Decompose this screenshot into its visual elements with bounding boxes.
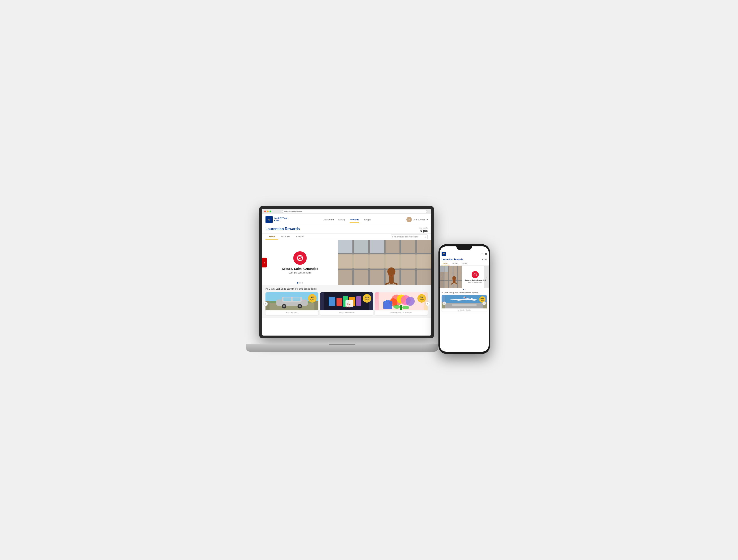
phone-nav: ⌕ ≡ [440, 251, 489, 257]
svg-point-51 [443, 253, 444, 254]
svg-rect-25 [283, 298, 291, 301]
phone-notch [456, 246, 472, 250]
laptop-screen: laurentianbank.ca/rewards [262, 209, 431, 336]
nav-links: Dashboard Activity Rewards Budget [323, 218, 371, 221]
svg-point-47 [393, 305, 400, 309]
phone-logo [442, 252, 446, 256]
phone-search-icon[interactable]: ⌕ [482, 252, 483, 255]
window-dots [264, 210, 271, 212]
hero-dots [297, 282, 303, 284]
url-text: laurentianbank.ca/rewards [284, 211, 302, 212]
phone-card-prev[interactable]: ‹ [442, 302, 446, 305]
tab-incard[interactable]: INCARD [278, 233, 293, 240]
merchant-card-tonic[interactable]: 300 points Tonic Blooms • SHOPPING [375, 292, 428, 315]
tonic-name: Tonic Blooms [390, 312, 401, 314]
laptop-body: laurentianbank.ca/rewards [259, 206, 434, 338]
svg-point-2 [269, 218, 270, 219]
phone-card-image: 3000 points [442, 295, 487, 309]
bank-name: LAURENTIANBANK [274, 217, 287, 222]
avis-footer: Avis • TRAVEL [266, 310, 318, 315]
laptop-device: laurentianbank.ca/rewards [246, 199, 438, 352]
user-name: Grant Jones [413, 218, 425, 221]
avis-card-image: 300 points [266, 292, 318, 310]
svg-rect-46 [400, 305, 402, 310]
nav-activity[interactable]: Activity [338, 218, 345, 221]
tab-eshop[interactable]: ESHOP [293, 233, 307, 240]
hero-prev-button[interactable]: ‹ [262, 257, 267, 267]
phone-points-value: 0 pts [482, 258, 487, 261]
points-label: Your points [419, 227, 428, 229]
hero-dot-3[interactable] [302, 282, 303, 284]
svg-rect-14 [338, 240, 352, 253]
svg-point-1 [268, 218, 269, 219]
tonic-category: SHOPPING [403, 312, 412, 314]
phone-screen: ⌕ ≡ Laurentian Rewards 0 pts HOME INCARD… [440, 246, 489, 352]
phone-hero-next[interactable]: › [484, 266, 489, 288]
phone-device: ⌕ ≡ Laurentian Rewards 0 pts HOME INCARD… [436, 244, 492, 361]
maximize-button[interactable] [270, 210, 271, 212]
svg-rect-62 [444, 266, 448, 272]
nav-dashboard[interactable]: Dashboard [323, 218, 334, 221]
hero-tagline: Secure. Calm. Grounded [282, 267, 318, 270]
svg-point-30 [299, 305, 301, 307]
indigo-footer: Indigo • SHOPPING [320, 310, 373, 315]
svg-point-3 [269, 220, 270, 221]
close-button[interactable] [264, 210, 266, 212]
phone-bonus-section: Hi, Grant. Earn up to $500 in first-time… [440, 290, 489, 313]
rewards-title: Laurentian Rewards [266, 227, 300, 231]
nav-budget[interactable]: Budget [364, 218, 371, 221]
tab-home[interactable]: HOME [266, 233, 278, 240]
phone-tab-incard[interactable]: INCARD [450, 261, 460, 265]
hero-dot-1[interactable] [297, 282, 298, 284]
phone-bonus-title: Hi, Grant. Earn up to $500 in first-time… [442, 292, 487, 294]
cards-prev-button[interactable]: ‹ [263, 302, 268, 306]
svg-rect-17 [338, 254, 431, 268]
phone-tab-eshop[interactable]: ESHOP [460, 261, 469, 265]
url-bar[interactable]: laurentianbank.ca/rewards [282, 210, 427, 213]
phone-merchant-category: TRAVEL [465, 309, 471, 311]
phone-cards-container: 3000 points Air Canada • TRAVEL ‹ › [442, 295, 487, 312]
nav-rewards[interactable]: Rewards [350, 218, 359, 221]
phone-dot-1[interactable] [463, 289, 464, 290]
svg-text:Tim: Tim [347, 303, 351, 306]
minimize-button[interactable] [267, 210, 269, 212]
phone-card-next[interactable]: › [482, 302, 486, 305]
svg-point-53 [444, 254, 444, 255]
indigo-category: SHOPPING [345, 312, 354, 314]
window-bar: laurentianbank.ca/rewards [262, 209, 431, 214]
merchant-card-indigo[interactable]: Tim Colu 300 points Indigo • SH [320, 292, 373, 315]
avis-badge: 300 points [308, 294, 317, 303]
search-input[interactable] [392, 236, 424, 238]
merchant-card-avis[interactable]: 300 points Avis • TRAVEL [266, 292, 318, 315]
logo-icon [266, 216, 273, 223]
phone-hero-prev[interactable]: ‹ [440, 266, 444, 288]
chevron-down-icon: ▾ [427, 218, 428, 221]
cards-next-button[interactable]: › [425, 302, 430, 306]
tab-list: HOME INCARD ESHOP [266, 233, 307, 240]
rewards-header: Laurentian Rewards Your points 0 pts [262, 225, 431, 233]
svg-point-48 [402, 306, 409, 309]
phone-merchant-card-air-canada[interactable]: 3000 points Air Canada • TRAVEL [442, 295, 487, 312]
nav-user[interactable]: G Grant Jones ▾ [406, 217, 428, 222]
phone-tab-home[interactable]: HOME [441, 261, 450, 265]
bonus-section: Hi, Grant. Earn up to $500 in first-time… [262, 285, 431, 318]
svg-rect-36 [356, 297, 361, 306]
bonus-title: Hi, Grant. Earn up to $500 in first-time… [266, 288, 428, 290]
phone-hero: Secure. Calm. Grounded Earn 6% back in p… [440, 266, 489, 288]
phone-nav-icons: ⌕ ≡ [482, 252, 487, 256]
phone-hero-sub: Earn 6% back in points [468, 282, 482, 283]
tonic-footer: Tonic Blooms • SHOPPING [375, 310, 428, 315]
hero-dot-2[interactable] [299, 282, 301, 284]
svg-rect-16 [370, 240, 384, 253]
phone-body: ⌕ ≡ Laurentian Rewards 0 pts HOME INCARD… [438, 244, 490, 354]
phone-rewards-header: Laurentian Rewards 0 pts [440, 257, 489, 261]
search-box[interactable]: ⌕ [391, 234, 428, 239]
scene-container: laurentianbank.ca/rewards [246, 199, 492, 361]
phone-menu-icon[interactable]: ≡ [485, 252, 487, 256]
phone-dot-2[interactable] [465, 289, 465, 290]
svg-point-28 [283, 305, 285, 307]
phone-tabs: HOME INCARD ESHOP [440, 261, 489, 266]
avis-name: Avis [286, 312, 290, 314]
avis-category: TRAVEL [291, 312, 298, 314]
svg-rect-33 [337, 298, 342, 306]
